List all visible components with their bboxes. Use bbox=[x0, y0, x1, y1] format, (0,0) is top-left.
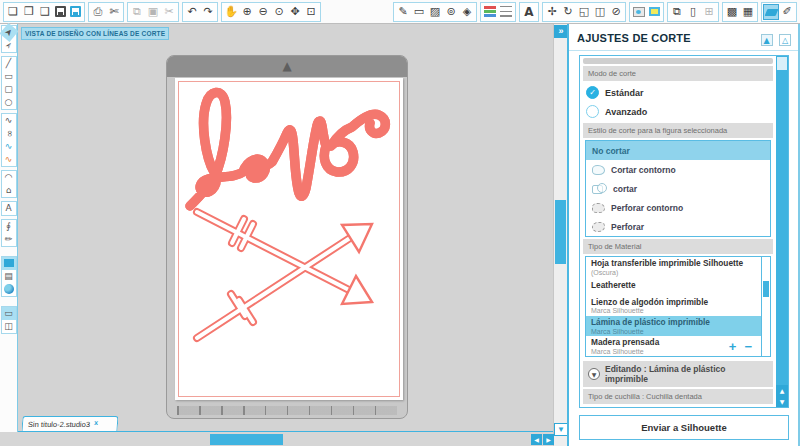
line-color-icon[interactable] bbox=[484, 6, 496, 17]
rhinestone-icon[interactable]: ▩ bbox=[724, 4, 740, 20]
arc-tool-icon[interactable]: ◠ bbox=[2, 171, 16, 184]
material-row-leatherette[interactable]: Leatherette bbox=[586, 277, 761, 296]
split-window-icon[interactable]: ◫ bbox=[2, 320, 16, 333]
line-style-icon[interactable] bbox=[500, 6, 512, 17]
new-document-icon[interactable]: ❏ bbox=[5, 4, 21, 20]
material-scroll-thumb[interactable] bbox=[763, 281, 769, 297]
curve-tool-icon[interactable]: ∿ bbox=[2, 114, 16, 127]
cut-icon[interactable]: ✂ bbox=[161, 4, 177, 20]
drag-zoom-icon[interactable]: ✥ bbox=[287, 4, 303, 20]
text-tool-icon[interactable]: A bbox=[2, 202, 16, 215]
panel-scroll-up-button[interactable]: ▲ bbox=[776, 385, 788, 396]
editing-material-bar[interactable]: ▼ Editando : Lámina de plástico imprimib… bbox=[583, 361, 773, 387]
tab-close-icon[interactable]: x bbox=[94, 419, 98, 426]
mirror-icon[interactable]: ◫ bbox=[592, 4, 608, 20]
vertical-scroll-down-button[interactable]: ▼ bbox=[554, 423, 568, 436]
duplicate-page-icon[interactable]: ⧉ bbox=[669, 4, 685, 20]
cut-style-cut-edge[interactable]: Cortar contorno bbox=[586, 160, 770, 179]
panel-scrollbar[interactable]: ▲ ▼ bbox=[776, 56, 788, 407]
store-globe-icon[interactable] bbox=[2, 283, 16, 296]
copy-icon[interactable]: ⧉ bbox=[129, 4, 145, 20]
registration-marks-icon[interactable]: ▨ bbox=[427, 4, 443, 20]
page-setup-icon[interactable]: ▭ bbox=[411, 4, 427, 20]
vertical-scroll-thumb[interactable] bbox=[555, 200, 566, 264]
draw-shape-tool-icon[interactable]: ∞ bbox=[2, 127, 15, 141]
design-artwork[interactable] bbox=[18, 24, 553, 432]
pencil-tool-icon[interactable]: ✏ bbox=[2, 233, 16, 246]
editing-collapse-icon[interactable]: ▼ bbox=[588, 368, 600, 380]
scale-icon[interactable]: ◱ bbox=[576, 4, 592, 20]
cut-style-perforate[interactable]: Perforar bbox=[586, 217, 770, 236]
library-group: ▤ bbox=[1, 256, 17, 297]
cut-style-cut[interactable]: cortar bbox=[586, 179, 770, 198]
shear-icon[interactable]: ⊘ bbox=[608, 4, 624, 20]
move-icon[interactable]: ✢ bbox=[544, 4, 560, 20]
freehand-tool-icon[interactable]: ∿ bbox=[2, 140, 16, 153]
offset-icon[interactable]: ◈ bbox=[459, 4, 475, 20]
document-tab[interactable]: Sin título-2.studio3 x bbox=[21, 416, 118, 431]
fill-color-icon[interactable] bbox=[633, 7, 645, 17]
collapse-filled-button[interactable]: ▲ bbox=[761, 34, 773, 46]
panel-scroll-down-button[interactable]: ▼ bbox=[776, 396, 788, 407]
zoom-selection-icon[interactable]: ⊙ bbox=[271, 4, 287, 20]
design-page-settings-icon[interactable]: ✎ bbox=[395, 4, 411, 20]
smooth-freehand-tool-icon[interactable]: ∿ bbox=[2, 153, 16, 166]
material-row-cotton-canvas[interactable]: Lienzo de algodón imprimible Marca Silho… bbox=[586, 296, 761, 316]
save-to-library-icon[interactable] bbox=[70, 6, 81, 17]
panel-scroll-thumb[interactable] bbox=[777, 57, 787, 70]
send-to-cutter-icon[interactable]: ✄ bbox=[106, 4, 122, 20]
open-recent-icon[interactable]: ❑ bbox=[37, 4, 53, 20]
knife-icon[interactable]: ✐ bbox=[779, 4, 795, 20]
panel-scroll-area: Modo de corte ✓ Estándar Avanzado Estilo… bbox=[579, 55, 789, 408]
clip-tool-icon[interactable]: ∮ bbox=[2, 220, 16, 233]
grid-icon[interactable]: ⊞ bbox=[701, 4, 717, 20]
fit-to-page-icon[interactable]: ⊡ bbox=[303, 4, 319, 20]
mode-standard-option[interactable]: ✓ Estándar bbox=[582, 83, 774, 102]
zoom-out-icon[interactable]: ⊖ bbox=[255, 4, 271, 20]
print-icon[interactable]: ⎙ bbox=[90, 4, 106, 20]
design-canvas[interactable]: VISTA DE DISEÑO CON LÍNEAS DE CORTE ▲ bbox=[18, 24, 553, 432]
radio-checked-icon[interactable]: ✓ bbox=[586, 86, 599, 99]
rectangle-tool-icon[interactable]: ▭ bbox=[2, 70, 16, 83]
undo-icon[interactable]: ↶ bbox=[184, 4, 200, 20]
library-panel-icon[interactable] bbox=[2, 257, 16, 270]
zoom-in-icon[interactable]: ⊕ bbox=[239, 4, 255, 20]
mode-advanced-option[interactable]: Avanzado bbox=[582, 102, 774, 121]
rounded-rectangle-tool-icon[interactable]: ▢ bbox=[2, 83, 16, 96]
pattern-fill-icon[interactable]: ▦ bbox=[740, 4, 756, 20]
material-row-pressed-wood[interactable]: Madera prensada Marca Silhouette + − bbox=[586, 336, 761, 356]
eraser-icon[interactable] bbox=[763, 4, 779, 20]
cut-style-perforate-edge[interactable]: Perforar contorno bbox=[586, 198, 770, 217]
material-list-scrollbar[interactable] bbox=[761, 257, 770, 356]
point-edit-tool-icon[interactable]: ➣ bbox=[0, 36, 18, 55]
zoom-group: ✋ ⊕ ⊖ ⊙ ✥ ⊡ bbox=[221, 2, 321, 22]
text-style-icon[interactable]: A bbox=[521, 4, 537, 20]
offset-page-icon[interactable]: ▯ bbox=[685, 4, 701, 20]
pan-icon[interactable]: ✋ bbox=[223, 4, 239, 20]
trace-icon[interactable]: ⊚ bbox=[443, 4, 459, 20]
material-row-plastic-sheet[interactable]: Lámina de plástico imprimible Marca Silh… bbox=[586, 316, 761, 336]
library-book-icon[interactable]: ▤ bbox=[2, 270, 16, 283]
rotate-icon[interactable]: ↻ bbox=[560, 4, 576, 20]
single-window-icon[interactable]: ▭ bbox=[2, 307, 16, 320]
material-row-transfer-sheet[interactable]: Hoja transferible imprimible Silhouette … bbox=[586, 257, 761, 277]
remove-material-button[interactable]: − bbox=[740, 340, 756, 353]
cut-style-no-cut[interactable]: No cortar bbox=[586, 141, 770, 160]
collapse-outline-button[interactable]: △ bbox=[779, 34, 791, 46]
add-material-button[interactable]: + bbox=[725, 340, 741, 353]
paste-icon[interactable]: ▣ bbox=[145, 4, 161, 20]
line-tool-icon[interactable]: ╱ bbox=[2, 57, 16, 70]
ellipse-tool-icon[interactable]: ○ bbox=[2, 96, 16, 109]
horizontal-scroll-left-button[interactable]: ◀ bbox=[531, 434, 542, 445]
horizontal-scroll-right-button[interactable]: ▶ bbox=[543, 434, 554, 445]
page-color-icon[interactable] bbox=[649, 7, 660, 16]
expand-panel-button[interactable]: » bbox=[554, 25, 568, 38]
canvas-vertical-scrollbar[interactable]: » ▼ bbox=[553, 24, 567, 446]
send-to-silhouette-button[interactable]: Enviar a Silhouette bbox=[579, 415, 789, 440]
radio-unchecked-icon[interactable] bbox=[586, 105, 599, 118]
horizontal-scroll-thumb[interactable] bbox=[210, 434, 283, 445]
save-icon[interactable] bbox=[55, 6, 66, 17]
redo-icon[interactable]: ↷ bbox=[200, 4, 216, 20]
polygon-tool-icon[interactable]: ⌂ bbox=[2, 184, 16, 197]
open-icon[interactable]: ❒ bbox=[21, 4, 37, 20]
